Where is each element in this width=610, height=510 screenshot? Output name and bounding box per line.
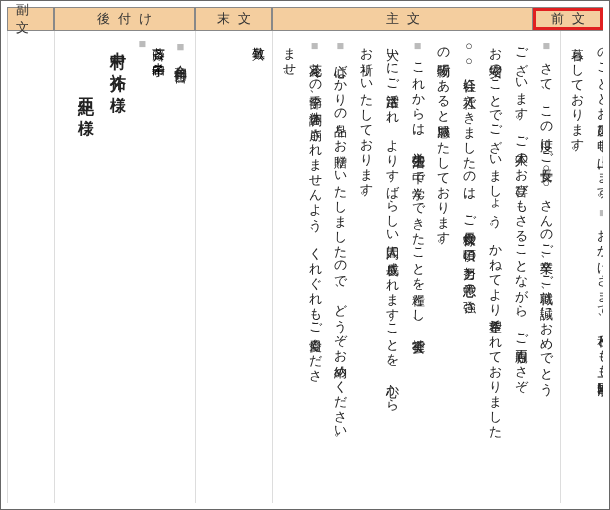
matsubun-keigu: 敬具 xyxy=(249,37,266,499)
shubun-l5: の賜物であると感服いたしております。 xyxy=(430,37,456,499)
section-header-row: 副文 後付け 末文 主文 前文 xyxy=(7,7,603,31)
header-maebun: 前文 xyxy=(533,8,603,30)
shubun-l10: ■花冷えの季節、体調を崩されませんよう、くれぐれもご自愛くださ xyxy=(301,37,327,499)
atozuke-sender: 斉藤 由希子■ xyxy=(134,37,166,499)
shubun-l2: ございます。ご本人のお喜びもさることながら、ご両親もさぞ xyxy=(507,37,533,499)
maebun-section: 拝啓■春光うららかな季節を迎え、皆様におかれましては益々ご清祥 のこととお慶び申… xyxy=(560,31,603,503)
maebun-l3: 暮らしております。 xyxy=(563,37,589,499)
atozuke-recipient1: 中村 祐介 様 xyxy=(102,37,134,499)
atozuke-section: ■令和〇年〇月〇日 斉藤 由希子■ 中村 祐介 様 亜紀 様 xyxy=(54,31,195,503)
shubun-section: ■さて、この度はご長女○○さんのご卒業、ご就職、誠におめでとう ございます。ご本… xyxy=(272,31,560,503)
shubun-l3: お安堵のことでございましょう。かねてより希望されておりました xyxy=(481,37,507,499)
header-matsubun: 末文 xyxy=(195,8,272,30)
header-fukubun: 副文 xyxy=(7,8,54,30)
fukubun-text xyxy=(50,37,52,499)
maebun-l2: のこととお慶び申し上げます。■おかげさまで、私どもも一同無事に xyxy=(589,37,603,499)
shubun-l6: ■これからは、学生生活の中で学んできたことを糧とし、実社会で xyxy=(404,37,430,499)
shubun-l8: お祈りいたしております。 xyxy=(352,37,378,499)
atozuke-recipient2: 亜紀 様 xyxy=(70,37,102,499)
matsubun-col1 xyxy=(268,37,270,499)
header-atozuke: 後付け xyxy=(54,8,195,30)
fukubun-section xyxy=(7,31,54,503)
shubun-l11: ませ。 xyxy=(275,37,301,499)
atozuke-date: ■令和〇年〇月〇日 xyxy=(166,37,193,499)
header-shubun: 主文 xyxy=(272,8,533,30)
shubun-l4: ○○会社に入社できましたのは、ご長女様の日頃の努力と意志の強さ xyxy=(455,37,481,499)
shubun-l9: ■心ばかりの品をお贈りいたしましたので、どうぞお納めください。 xyxy=(327,37,353,499)
shubun-l7: 大いにご活躍され、よりすばらしい人間に成長されますことを、心から xyxy=(378,37,404,499)
letter-body: ■令和〇年〇月〇日 斉藤 由希子■ 中村 祐介 様 亜紀 様 敬具 ■さて、この… xyxy=(7,31,603,503)
matsubun-section: 敬具 xyxy=(195,31,272,503)
shubun-l1: ■さて、この度はご長女○○さんのご卒業、ご就職、誠におめでとう xyxy=(533,37,559,499)
